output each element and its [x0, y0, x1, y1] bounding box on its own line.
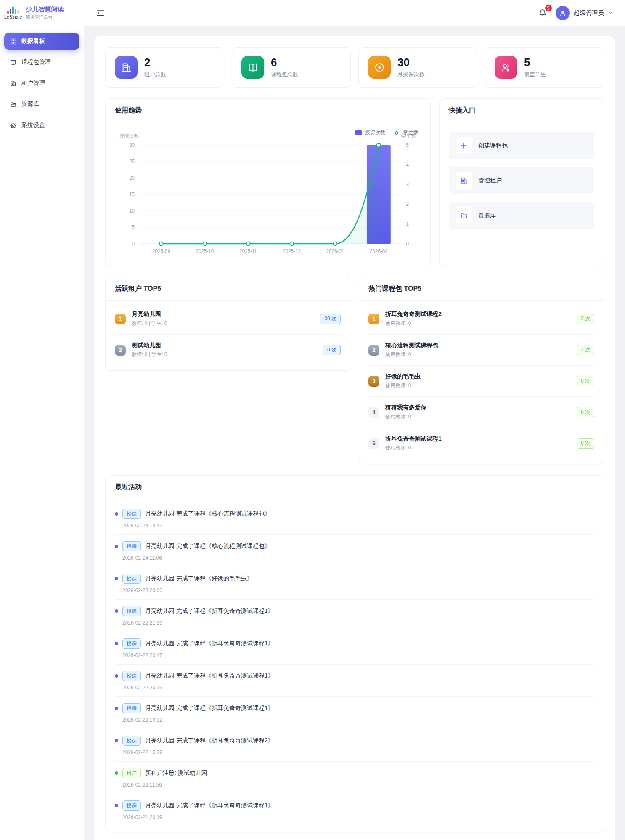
activity-text: 月亮幼儿园 完成了课程《核心流程测试课程包》	[145, 510, 270, 518]
activity-time: 2026-02-24 11:06	[122, 555, 594, 561]
tenant-meta: 教师: 0 | 学生: 0	[132, 320, 167, 327]
course-meta: 使用教师: 0	[385, 444, 442, 452]
rank-badge: 1	[115, 314, 126, 324]
course-meta: 使用教师: 0	[385, 320, 442, 327]
activity-text: 月亮幼儿园 完成了课程《折耳兔奇奇测试课程1》	[145, 607, 274, 615]
activity-row: 授课月亮幼儿园 完成了课程《折耳兔奇奇测试课程1》 2026-02-22 21:…	[115, 600, 594, 632]
rank-badge: 2	[368, 345, 379, 356]
sidebar-item-label: 数据看板	[21, 37, 45, 45]
sidebar-item-dashboard[interactable]: 数据看板	[4, 33, 79, 50]
course-row: 5 折耳兔奇奇测试课程1 使用教师: 0 0 次	[368, 428, 594, 459]
activity-row: 授课月亮幼儿园 完成了课程《折耳兔奇奇测试课程1》 2026-02-22 20:…	[115, 632, 594, 665]
activity-time: 2026-02-24 14:42	[122, 523, 594, 529]
activity-time: 2026-02-21 20:19	[122, 814, 594, 820]
use-count-chip: 0 次	[577, 376, 594, 386]
svg-text:2026-01: 2026-01	[326, 248, 344, 254]
course-row: 2 核心流程测试课程包 使用教师: 0 2 次	[368, 335, 594, 366]
main-area: 5 超级管理员 2 租户总数	[84, 0, 625, 840]
activity-type-tag: 授课	[122, 574, 141, 584]
building-icon	[10, 80, 17, 87]
chart-legend: 授课次数 学生数	[355, 129, 418, 136]
recent-activity-card: 最近活动 授课月亮幼儿园 完成了课程《核心流程测试课程包》 2026-02-24…	[105, 475, 604, 832]
logo-text: LeSingle	[4, 14, 22, 19]
quick-links-card: 快捷入口 创建课程包 管理租户	[439, 98, 604, 266]
legend-item-lessons[interactable]: 授课次数	[355, 129, 385, 136]
sidebar: LeSingle 少儿智慧阅读 服务管理后台 数据看板 课程包管理 租户管理	[0, 0, 84, 840]
sidebar-item-settings[interactable]: 系统设置	[4, 117, 79, 134]
bar-legend-swatch	[355, 130, 362, 135]
lesson-count-chip: 30 次	[320, 314, 341, 324]
stat-label: 课程包总数	[271, 71, 298, 78]
svg-text:25: 25	[129, 159, 135, 165]
stat-label: 覆盖学生	[524, 71, 546, 78]
tenant-list: 1 月亮幼儿园 教师: 0 | 学生: 0 30 次 2 测试幼儿园 教师: 0…	[106, 301, 350, 370]
folder-icon	[456, 207, 472, 224]
sidebar-item-resources[interactable]: 资源库	[4, 96, 79, 113]
svg-text:2025-11: 2025-11	[239, 248, 257, 254]
activity-type-tag: 授课	[122, 638, 141, 649]
sidebar-item-tenants[interactable]: 租户管理	[4, 75, 79, 92]
menu-collapse-button[interactable]	[96, 8, 105, 18]
quick-link-label: 资源库	[478, 212, 496, 219]
course-meta: 使用教师: 0	[385, 351, 438, 358]
activity-type-tag: 授课	[122, 703, 141, 713]
svg-text:2: 2	[406, 201, 409, 207]
svg-text:10: 10	[129, 208, 135, 214]
stat-value: 30	[397, 56, 425, 69]
sidebar-item-course-packages[interactable]: 课程包管理	[4, 54, 79, 71]
stat-label: 月授课次数	[397, 71, 425, 78]
notification-badge: 5	[545, 5, 552, 12]
activity-type-tag: 授课	[122, 736, 141, 746]
tenant-row: 1 月亮幼儿园 教师: 0 | 学生: 0 30 次	[115, 303, 341, 335]
topbar: 5 超级管理员	[84, 0, 625, 26]
svg-text:2026-02: 2026-02	[370, 248, 388, 254]
app-subtitle: 服务管理后台	[26, 14, 64, 20]
legend-item-students[interactable]: 学生数	[393, 129, 418, 136]
logo: LeSingle 少儿智慧阅读 服务管理后台	[0, 0, 84, 26]
tenant-row: 2 测试幼儿园 教师: 0 | 学生: 0 0 次	[115, 335, 341, 365]
menu-fold-icon	[96, 8, 105, 18]
logo-mark-icon: LeSingle	[4, 7, 22, 19]
plus-icon	[456, 137, 472, 154]
quick-links: 创建课程包 管理租户 资源库	[440, 122, 604, 239]
activity-text: 月亮幼儿园 完成了课程《核心流程测试课程包》	[145, 542, 270, 550]
stat-card-monthly-lessons: 30 月授课次数	[358, 47, 477, 88]
course-row: 4 猜猜我有多爱你 使用教师: 0 0 次	[368, 397, 594, 428]
sidebar-item-label: 资源库	[21, 101, 39, 108]
lesson-count-chip: 0 次	[323, 345, 341, 355]
activity-dot	[115, 609, 118, 613]
svg-text:2025-12: 2025-12	[283, 248, 301, 254]
activity-text: 月亮幼儿园 完成了课程《折耳兔奇奇测试课程2》	[145, 737, 274, 744]
rank-badge: 3	[368, 376, 379, 387]
stat-value: 5	[524, 56, 546, 69]
quick-link-resources[interactable]: 资源库	[449, 202, 594, 229]
svg-text:20: 20	[129, 175, 135, 181]
stats-row: 2 租户总数 6 课程包总数 30 月授课次数	[105, 47, 604, 88]
app-root: LeSingle 少儿智慧阅读 服务管理后台 数据看板 课程包管理 租户管理	[0, 0, 625, 840]
gear-icon	[10, 122, 17, 129]
logo-bars-icon	[7, 7, 19, 14]
activity-dot	[115, 771, 118, 775]
notification-bell[interactable]: 5	[538, 8, 548, 18]
activity-time: 2026-02-22 15:29	[122, 750, 594, 755]
building-icon	[456, 172, 472, 189]
use-count-chip: 2 次	[577, 345, 594, 355]
topbar-right: 5 超级管理员	[538, 6, 614, 20]
sidebar-item-label: 系统设置	[21, 122, 45, 129]
activity-list: 授课月亮幼儿园 完成了课程《核心流程测试课程包》 2026-02-24 14:4…	[106, 499, 604, 832]
quick-link-manage-tenants[interactable]: 管理租户	[449, 167, 594, 194]
course-meta: 使用教师: 0	[385, 382, 421, 389]
tenant-meta: 教师: 0 | 学生: 0	[132, 351, 167, 358]
user-menu[interactable]: 超级管理员	[556, 6, 614, 20]
card-title: 活跃租户 TOP5	[106, 277, 350, 301]
svg-text:2025-10: 2025-10	[196, 248, 214, 254]
activity-time: 2026-02-22 20:25	[122, 685, 594, 691]
activity-time: 2026-02-22 11:56	[122, 782, 594, 788]
dashboard-panel: 2 租户总数 6 课程包总数 30 月授课次数	[94, 36, 615, 840]
activity-row: 授课月亮幼儿园 完成了课程《折耳兔奇奇测试课程1》 2026-02-21 20:…	[115, 794, 594, 826]
activity-type-tag: 租户	[122, 768, 141, 778]
building-icon	[115, 56, 138, 79]
svg-text:15: 15	[129, 191, 135, 197]
users-icon	[495, 56, 517, 79]
quick-link-create-course-package[interactable]: 创建课程包	[449, 132, 594, 159]
